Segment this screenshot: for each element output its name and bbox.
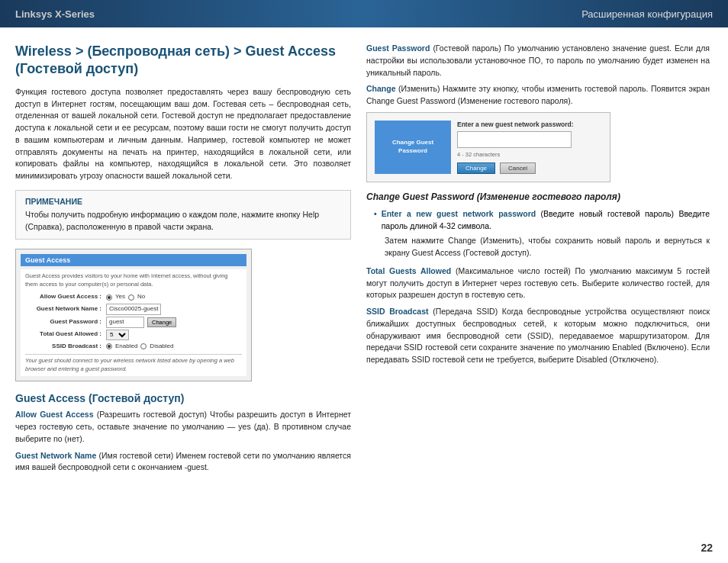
bullet-text-1: Enter a new guest network password (Введ… — [382, 208, 710, 233]
note-text: Чтобы получить подробную информацию о ка… — [25, 209, 341, 233]
section2-heading: Guest Access (Гостевой доступ) — [15, 392, 351, 404]
left-column: Wireless > (Беспроводная сеть) > Guest A… — [15, 43, 351, 555]
radio-disabled[interactable] — [140, 343, 147, 349]
cpw-hint: 4 - 32 characters — [457, 151, 602, 158]
screenshot-label-5: SSID Broadcast : — [25, 342, 101, 352]
radio-no[interactable] — [128, 294, 134, 301]
guest-password-term: Guest Password — [366, 43, 430, 53]
password-display: guest — [106, 317, 144, 328]
total-guests-term: Total Guests Allowed — [366, 266, 451, 275]
screenshot-value-4: 5 — [106, 330, 242, 340]
screenshot-box: Guest Access Guest Access provides visit… — [15, 249, 252, 381]
header-left: Linksys X-Series — [15, 8, 95, 20]
bullet-continuation: Затем нажмите Change (Изменить), чтобы с… — [385, 235, 710, 259]
cpw-inner: Change Guest Password Enter a new guest … — [375, 121, 602, 174]
total-guests-para: Total Guests Allowed (Максимальное число… — [366, 265, 710, 301]
header: Linksys X-Series Расширенная конфигураци… — [0, 0, 728, 27]
allow-guest-para: Allow Guest Access (Разрешить гостевой д… — [15, 409, 351, 445]
ssid-para: SSID Broadcast (Передача SSID) Когда бес… — [366, 306, 710, 366]
screenshot-value-3: guest Change — [106, 317, 242, 328]
guest-network-para: Guest Network Name (Имя гостевой сети) И… — [15, 450, 351, 475]
change-btn-screenshot[interactable]: Change — [147, 317, 176, 327]
guest-password-para: Guest Password (Гостевой пароль) По умол… — [366, 43, 710, 79]
cpw-input[interactable] — [457, 131, 572, 148]
screenshot-row-2: Guest Network Name : Cisco00025-guest — [25, 304, 242, 315]
page-number: 22 — [701, 542, 713, 554]
screenshot-header: Guest Access — [21, 254, 246, 266]
allow-guest-term: Allow Guest Access — [15, 410, 94, 419]
screenshot-row-1: Allow Guest Access : Yes No — [25, 292, 242, 302]
guest-network-term: Guest Network Name — [15, 451, 96, 460]
cpw-right: Enter a new guest network password: 4 - … — [457, 121, 602, 174]
change-password-box: Change Guest Password Enter a new guest … — [366, 112, 610, 182]
screenshot-row-5: SSID Broadcast : Enabled Disabled — [25, 342, 242, 352]
bullet-dot-1: • — [374, 208, 377, 233]
bullet-list: • Enter a new guest network password (Вв… — [374, 208, 710, 259]
total-guests-select[interactable]: 5 — [106, 330, 129, 340]
screenshot-label-1: Allow Guest Access : — [25, 292, 101, 302]
screenshot-label-2: Guest Network Name : — [25, 304, 101, 314]
cpw-buttons: Change Cancel — [457, 162, 602, 174]
cpw-change-button[interactable]: Change — [457, 162, 495, 174]
screenshot-row-3: Guest Password : guest Change — [25, 317, 242, 328]
cpw-left-label: Change Guest Password — [375, 121, 451, 174]
screenshot-label-4: Total Guest Allowed : — [25, 330, 101, 339]
bullet-term-1: Enter a new guest network password — [382, 209, 536, 218]
radio-enabled[interactable] — [106, 343, 112, 349]
bullet-item-1: • Enter a new guest network password (Вв… — [374, 208, 710, 233]
note-box: ПРИМЕЧАНИЕ Чтобы получить подробную инфо… — [15, 190, 351, 240]
change-para: Change (Изменить) Нажмите эту кнопку, чт… — [366, 83, 710, 108]
screenshot-value-5: Enabled Disabled — [106, 342, 242, 352]
right-column: Guest Password (Гостевой пароль) По умол… — [366, 43, 710, 555]
ssid-term: SSID Broadcast — [366, 307, 429, 316]
radio-yes[interactable] — [106, 294, 112, 301]
screenshot-value-2: Cisco00025-guest — [106, 304, 242, 315]
cpw-cancel-button[interactable]: Cancel — [500, 162, 536, 174]
screenshot-desc: Guest Access provides visitors to your h… — [25, 272, 242, 288]
change-text: (Изменить) Нажмите эту кнопку, чтобы изм… — [366, 84, 710, 105]
bullet-cont-text: Затем нажмите Change (Изменить), чтобы с… — [385, 235, 710, 259]
header-right: Расширенная конфигурация — [581, 8, 713, 20]
note-title: ПРИМЕЧАНИЕ — [25, 197, 341, 206]
page-title: Wireless > (Беспроводная сеть) > Guest A… — [15, 43, 351, 79]
main-content: Wireless > (Беспроводная сеть) > Guest A… — [0, 27, 728, 563]
cpw-heading: Change Guest Password (Изменение гостево… — [366, 191, 710, 202]
intro-text: Функция гостевого доступа позволяет пред… — [15, 86, 351, 182]
network-name-display: Cisco00025-guest — [106, 304, 161, 315]
screenshot-body: Guest Access provides visitors to your h… — [21, 269, 246, 376]
cpw-right-title: Enter a new guest network password: — [457, 121, 602, 128]
screenshot-label-3: Guest Password : — [25, 317, 101, 327]
change-term: Change — [366, 84, 396, 93]
screenshot-value-1: Yes No — [106, 292, 242, 302]
screenshot-row-4: Total Guest Allowed : 5 — [25, 330, 242, 340]
screenshot-footer: Your guest should connect to your wirele… — [25, 354, 242, 373]
